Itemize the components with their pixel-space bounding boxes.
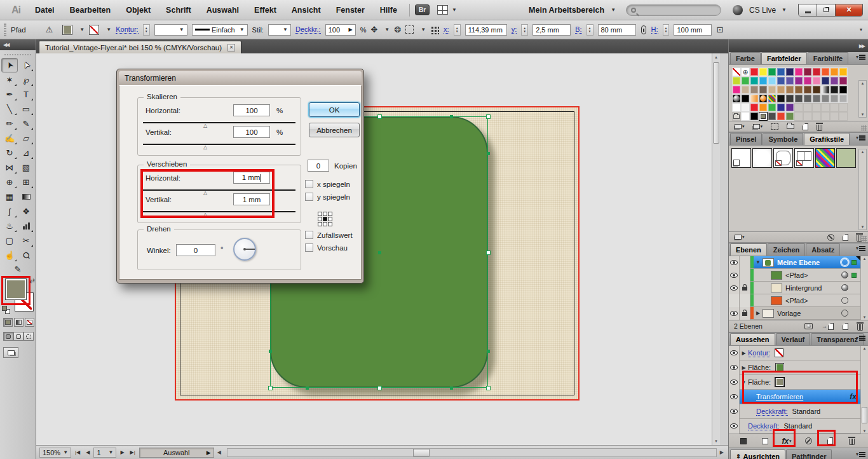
swatch[interactable] (785, 103, 794, 112)
reference-point-icon[interactable] (430, 25, 439, 34)
swatch[interactable] (776, 103, 785, 112)
white-style[interactable] (752, 148, 772, 168)
chevron-down-icon[interactable]: ▼ (452, 7, 457, 13)
variable-width-profile-select[interactable]: Einfach ▼ (192, 24, 248, 36)
opacity-link[interactable]: Deckkraft: (748, 422, 780, 430)
swatch[interactable] (803, 67, 812, 76)
swatch[interactable] (839, 103, 848, 112)
column-graph-tool[interactable] (18, 219, 34, 233)
double-rect-none-style[interactable] (794, 148, 814, 168)
swatch[interactable] (759, 76, 768, 85)
selection-handle[interactable] (268, 386, 273, 390)
collapse-panel-header[interactable]: ◀◀ (0, 39, 36, 50)
width-field[interactable]: 80 mm (598, 24, 636, 36)
symbol-sprayer-tool[interactable]: ♨ (1, 219, 18, 233)
swatch[interactable] (732, 94, 741, 103)
swatch[interactable] (768, 76, 776, 85)
tab-pathfinder[interactable]: Pathfinder (786, 449, 832, 459)
target-circle-icon[interactable] (841, 259, 848, 266)
slice-tool[interactable]: ✂ (18, 233, 34, 248)
panel-menu-icon[interactable]: ▾ (856, 54, 865, 60)
brush-style-select[interactable]: ▼ (268, 24, 291, 36)
sage-style[interactable] (836, 148, 856, 168)
transform-options-icon[interactable]: ⊡ (716, 25, 723, 34)
draw-inside-button[interactable] (24, 332, 34, 341)
move-vertical-input[interactable]: 1 mm (233, 193, 270, 205)
isolate-selection-icon[interactable] (405, 25, 414, 34)
swatch[interactable] (812, 103, 821, 112)
layer-name[interactable]: Meine Ebene (777, 259, 838, 266)
fill-attribute-label[interactable]: Fläche: (748, 364, 771, 371)
add-effect-icon[interactable]: fx▾ (776, 437, 797, 446)
anchor-point[interactable] (487, 350, 490, 353)
swatch[interactable] (759, 103, 768, 112)
blend-tool[interactable]: ❖ (18, 204, 34, 219)
add-new-stroke-icon[interactable] (733, 438, 754, 444)
swatch[interactable] (741, 76, 750, 85)
selection-handle[interactable] (486, 114, 491, 119)
visibility-toggle[interactable] (729, 282, 740, 294)
panel-menu-icon[interactable]: ▾ (856, 245, 865, 251)
draw-behind-button[interactable] (13, 332, 24, 341)
appearance-scrollbar[interactable]: ▲ ▼ (860, 346, 868, 434)
new-graphic-style-icon[interactable] (843, 234, 848, 241)
slider-marker-icon[interactable]: △ (203, 190, 207, 196)
swatch[interactable] (821, 94, 830, 103)
y-spiegeln-checkbox[interactable]: y spiegeln (305, 193, 350, 201)
mesh-tool[interactable]: ▦ (1, 189, 18, 204)
minimize-button[interactable] (799, 4, 817, 16)
default-fill-stroke-icon[interactable] (2, 306, 10, 314)
selection-tool[interactable]: ➤ (1, 58, 18, 72)
tab-grafikstile[interactable]: Grafikstile (804, 133, 850, 145)
chevron-down-icon[interactable]: ▼ (106, 27, 111, 32)
target-circle-icon[interactable] (841, 271, 848, 278)
anchor-point[interactable] (450, 387, 453, 390)
swatch[interactable] (821, 112, 830, 121)
none-button[interactable] (25, 318, 34, 327)
target-circle-icon[interactable] (841, 297, 848, 304)
horizontal-scroll-thumb[interactable] (413, 449, 430, 456)
object-name[interactable]: <Pfad> (785, 271, 838, 279)
x-stepper[interactable]: ▲▼ (454, 24, 461, 36)
tab-ausrichten[interactable]: ⇕ Ausrichten (730, 449, 785, 459)
swatch[interactable] (750, 76, 759, 85)
swatch[interactable] (750, 85, 759, 94)
swatch[interactable] (759, 67, 768, 76)
panel-menu-icon[interactable]: ▾ (856, 335, 865, 341)
anchor-point[interactable] (378, 251, 381, 254)
swatch-kinds-icon[interactable]: ▾ (753, 124, 763, 129)
swatch[interactable] (732, 67, 741, 76)
menu-fenster[interactable]: Fenster (329, 0, 372, 20)
break-link-style-icon[interactable] (827, 234, 834, 241)
swatch[interactable] (768, 85, 776, 94)
swatch[interactable] (759, 94, 768, 103)
lock-toggle[interactable] (740, 307, 750, 320)
y-stepper[interactable]: ▲▼ (521, 24, 528, 36)
ok-button[interactable]: OK (309, 102, 360, 117)
expand-icon[interactable]: ▶ (754, 310, 763, 316)
tab-farbfelder[interactable]: Farbfelder (761, 52, 807, 64)
swatch[interactable] (803, 85, 812, 94)
tab-zeichen[interactable]: Zeichen (768, 243, 806, 256)
object-name[interactable]: <Pfad> (785, 297, 838, 305)
tab-aussehen[interactable]: Aussehen (730, 333, 775, 345)
swatch[interactable] (750, 94, 759, 103)
swatch[interactable] (768, 112, 776, 121)
delete-swatch-icon[interactable] (817, 125, 822, 131)
vertical-scroll-thumb[interactable] (713, 62, 719, 144)
shape-builder-tool[interactable]: ⊕ (1, 175, 18, 189)
swatch[interactable] (830, 94, 839, 103)
new-layer-icon[interactable] (843, 323, 848, 330)
rotate-tool[interactable]: ↻ (1, 146, 18, 160)
fill-color-swatch[interactable] (62, 25, 72, 35)
y-position-field[interactable]: 2,5 mm (532, 24, 571, 36)
swatch[interactable] (750, 103, 759, 112)
color-button[interactable] (3, 318, 13, 327)
draw-normal-button[interactable] (3, 332, 13, 341)
eyedropper-tool[interactable]: ʃ (1, 204, 18, 219)
width-tool[interactable]: ⋈ (1, 160, 18, 175)
swatch[interactable] (812, 67, 821, 76)
scale-horizontal-input[interactable]: 100 (233, 104, 270, 116)
default-graphic-style[interactable] (731, 148, 751, 168)
swatch[interactable] (812, 112, 821, 121)
